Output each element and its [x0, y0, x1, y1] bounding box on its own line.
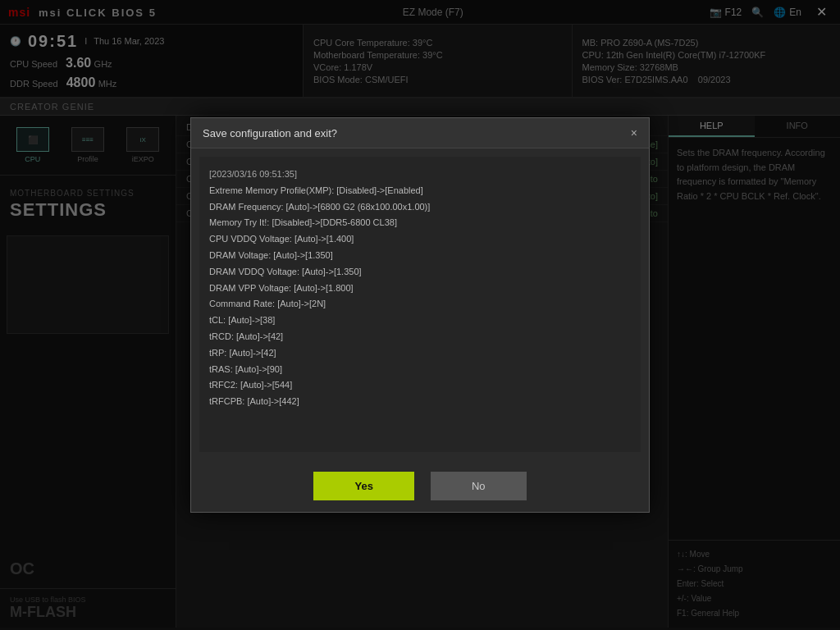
modal-overlay: Save configuration and exit? × [2023/03/…: [0, 0, 840, 630]
modal-line: DRAM Frequency: [Auto]->[6800 G2 (68x100…: [209, 199, 631, 216]
modal-line: CPU VDDQ Voltage: [Auto]->[1.400]: [209, 231, 631, 248]
modal-line: tRAS: [Auto]->[90]: [209, 362, 631, 378]
modal-line: tCL: [Auto]->[38]: [209, 313, 631, 329]
modal-line: tRFCPB: [Auto]->[442]: [209, 394, 631, 410]
modal-line: DRAM VPP Voltage: [Auto]->[1.800]: [209, 281, 631, 297]
modal-header: Save configuration and exit? ×: [191, 118, 649, 148]
modal-body: [2023/03/16 09:51:35] Extreme Memory Pro…: [199, 157, 641, 452]
modal-line: Extreme Memory Profile(XMP): [Disabled]-…: [209, 183, 631, 199]
modal-line: DRAM VDDQ Voltage: [Auto]->[1.350]: [209, 264, 631, 281]
modal-line: Memory Try It!: [Disabled]->[DDR5-6800 C…: [209, 215, 631, 231]
no-button[interactable]: No: [431, 472, 527, 500]
modal-title: Save configuration and exit?: [203, 127, 337, 139]
modal-dialog: Save configuration and exit? × [2023/03/…: [190, 117, 650, 513]
modal-line: DRAM Voltage: [Auto]->[1.350]: [209, 248, 631, 264]
modal-footer: Yes No: [191, 460, 649, 512]
modal-line: tRP: [Auto]->[42]: [209, 345, 631, 362]
modal-timestamp: [2023/03/16 09:51:35]: [209, 167, 631, 183]
modal-line: tRCD: [Auto]->[42]: [209, 329, 631, 345]
modal-line: Command Rate: [Auto]->[2N]: [209, 296, 631, 313]
yes-button[interactable]: Yes: [313, 472, 413, 500]
modal-close-button[interactable]: ×: [631, 126, 637, 139]
modal-line: tRFC2: [Auto]->[544]: [209, 377, 631, 394]
